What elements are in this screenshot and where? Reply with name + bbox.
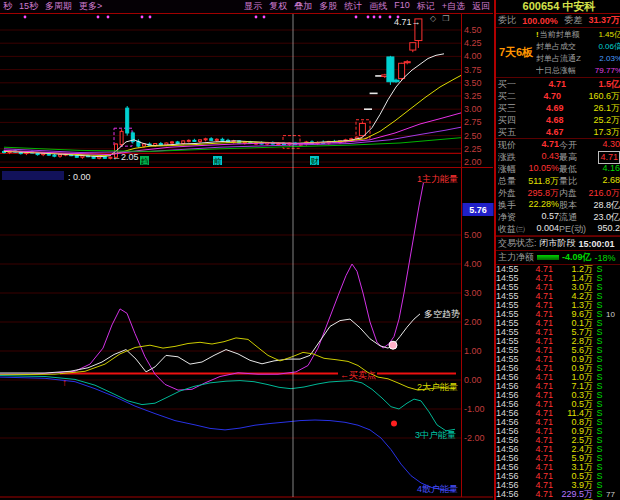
quote-panel: 600654 中安科 委比 100.00% 委差 31.37万 7天6板 !当前… xyxy=(494,0,620,500)
signal-dot-red xyxy=(391,421,397,427)
tick-count xyxy=(606,283,620,292)
stat-grid: 现价4.71今开4.30涨跌0.43最高4.71涨幅10.05%最低4.16总量… xyxy=(496,138,620,236)
stat-row-3: 总量511.8万量比2.68 xyxy=(496,175,620,187)
candles-group xyxy=(3,19,462,159)
main-net-value: -4.09亿 xyxy=(562,251,592,264)
tick-count: 77 xyxy=(606,490,620,499)
limit-dot xyxy=(24,16,27,19)
tick-count xyxy=(606,400,620,409)
alert-icon: ! xyxy=(536,30,539,39)
seal-label: 十日总涨幅 xyxy=(536,65,576,77)
tick-count xyxy=(606,382,620,391)
seal-row-2: 封单占流通Z2.03% xyxy=(536,53,620,65)
limit-dot xyxy=(367,16,370,19)
series-sanhu xyxy=(0,377,455,491)
seal-label: !当前封单额 xyxy=(536,29,580,41)
value-tick: 3.00 xyxy=(464,288,482,298)
value-tick: 4.00 xyxy=(464,259,482,269)
limit-dot xyxy=(149,16,152,19)
tick-count xyxy=(606,463,620,472)
tick-count xyxy=(606,445,620,454)
high-price-label: 4.71→ xyxy=(394,17,421,27)
value-tick: -1.00 xyxy=(464,404,485,414)
tick-count xyxy=(606,436,620,445)
bid-volume: 17.3万 xyxy=(593,126,620,139)
indicator-label: 2大户能量 xyxy=(417,382,458,392)
stock-title[interactable]: 600654 中安科 xyxy=(496,0,620,14)
bid-price: 4.70 xyxy=(543,91,561,101)
bid-row-4[interactable]: 买四4.6825.2万 xyxy=(496,114,620,126)
signal-badge-char: 趋 xyxy=(141,157,149,166)
weibi-row: 委比 100.00% 委差 31.37万 xyxy=(496,14,620,28)
tick-count xyxy=(606,391,620,400)
price-tick: 2.50 xyxy=(464,131,482,141)
series-zhonghu xyxy=(0,376,455,431)
limit-dot xyxy=(355,16,358,19)
limit-dot xyxy=(379,16,382,19)
stat-cell: 收益㈢0.004 xyxy=(498,223,559,236)
tick-count xyxy=(606,364,620,373)
main-chart-svg[interactable]: 4.504.254.003.753.503.253.002.752.502.25… xyxy=(0,0,494,500)
tick-count: 10 xyxy=(606,310,620,319)
value-tick: 2.00 xyxy=(464,317,482,327)
limit-dot xyxy=(141,16,144,19)
price-tick: 4.25 xyxy=(464,38,482,48)
chart-area[interactable]: 4.504.254.003.753.503.253.002.752.502.25… xyxy=(0,0,494,500)
tick-trade-list[interactable]: 14:554.711.2万S14:554.711.4万S14:554.713.0… xyxy=(496,264,620,500)
diamond-icon[interactable]: ◇ xyxy=(430,14,436,23)
weibi-value: 100.00% xyxy=(522,16,558,26)
bid-row-5[interactable]: 买五4.6717.3万 xyxy=(496,126,620,138)
tick-count xyxy=(606,328,620,337)
indicator-name-illegible xyxy=(2,171,64,180)
stat-value: 950.2 xyxy=(597,223,620,236)
tick-count xyxy=(606,409,620,418)
signal-badge-char: 前 xyxy=(214,157,222,166)
tick-count xyxy=(606,418,620,427)
stat-row-1: 涨跌0.43最高4.71 xyxy=(496,151,620,163)
price-tick: 4.00 xyxy=(464,51,482,61)
stat-value: 0.004 xyxy=(536,223,559,236)
indicator-label: ←买卖点 xyxy=(340,370,376,380)
limit-dot xyxy=(263,16,266,19)
bid-row-1[interactable]: 买一4.711.5亿 xyxy=(496,78,620,90)
stat-row-2: 涨幅10.05%最低4.16 xyxy=(496,163,620,175)
stat-cell: PE(动)950.2 xyxy=(559,223,620,236)
tick-count xyxy=(606,373,620,382)
seal-label: 封单占成交 xyxy=(536,41,576,53)
main-net-pct: -18% xyxy=(595,253,616,263)
price-tick: 3.50 xyxy=(464,78,482,88)
weicha-value: 31.37万 xyxy=(588,14,620,27)
bid-price: 4.67 xyxy=(546,127,564,137)
bid-row-3[interactable]: 买三4.6926.1万 xyxy=(496,102,620,114)
limit-dot xyxy=(373,16,376,19)
status-value: 闭市阶段 xyxy=(540,237,576,250)
seal-row-0: !当前封单额1.45亿 xyxy=(536,29,620,41)
window-icon[interactable]: ❒ xyxy=(442,14,449,23)
tick-count xyxy=(606,265,620,274)
signal-badge-char: 财 xyxy=(311,157,319,166)
seal-row-1: 封单占成交0.06倍 xyxy=(536,41,620,53)
weibi-label: 委比 xyxy=(498,14,516,27)
tick-count xyxy=(606,319,620,328)
axis-current-value: 5.76 xyxy=(469,205,487,215)
tick-count xyxy=(606,481,620,490)
bid-level-label: 买五 xyxy=(498,126,516,139)
tick-count xyxy=(606,472,620,481)
series-zhuli xyxy=(0,180,424,390)
tick-count xyxy=(606,274,620,283)
trade-status-row: 交易状态: 闭市阶段 15:00:01 xyxy=(496,236,620,251)
limit-dot xyxy=(97,16,100,19)
stat-label: 收益㈢ xyxy=(498,223,525,236)
tick-count xyxy=(606,301,620,310)
price-tick: 3.75 xyxy=(464,65,482,75)
main-net-bar xyxy=(537,255,559,260)
indicator-label: 多空趋势 xyxy=(424,309,460,319)
bid-row-2[interactable]: 买二4.70160.6万 xyxy=(496,90,620,102)
stat-row-6: 净资0.57流通23.0亿 xyxy=(496,211,620,223)
seal-order-block: 7天6板 !当前封单额1.45亿封单占成交0.06倍封单占流通Z2.03%十日总… xyxy=(496,28,620,78)
signal-dot-pink xyxy=(389,341,397,349)
seal-value: 1.45亿 xyxy=(598,29,620,41)
tick-count xyxy=(606,427,620,436)
tick-count xyxy=(606,337,620,346)
main-net-row: 主力净额 -4.09亿 -18% xyxy=(496,251,620,264)
